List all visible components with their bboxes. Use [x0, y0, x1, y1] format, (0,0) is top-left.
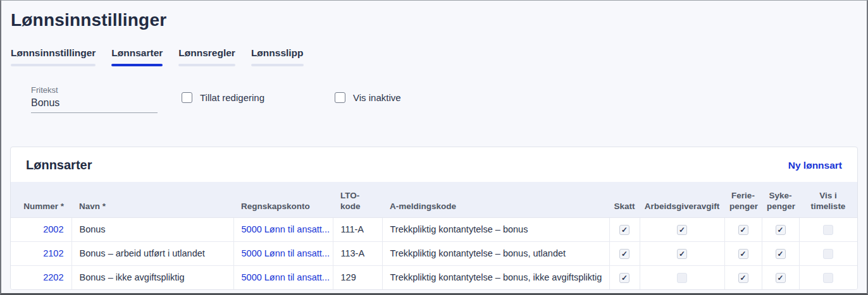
arbeidsgiveravgift-checkbox[interactable]: [677, 249, 687, 259]
feriepenger-checkbox[interactable]: [738, 225, 748, 235]
row-lto-code: 129: [333, 265, 382, 289]
row-lto-code: 113-A: [333, 241, 382, 265]
card-title: Lønnsarter: [26, 158, 92, 172]
col-navn: Navn *: [71, 182, 233, 217]
arbeidsgiveravgift-checkbox[interactable]: [677, 273, 687, 283]
lonnsarter-card: Lønnsarter Ny lønnsart Nummer * Navn * R…: [10, 147, 858, 290]
fritekst-field: Fritekst: [31, 85, 158, 113]
row-number-link[interactable]: 2002: [43, 224, 63, 234]
sykepenger-checkbox[interactable]: [776, 225, 786, 235]
tillat-redigering-checkbox[interactable]: [182, 92, 192, 103]
row-name: Bonus – arbeid utført i utlandet: [71, 241, 233, 265]
vis-i-timeliste-checkbox[interactable]: [823, 249, 833, 259]
feriepenger-checkbox[interactable]: [738, 249, 748, 259]
row-account-link[interactable]: 5000 Lønn til ansatt...: [242, 224, 330, 234]
table-row: 2202 Bonus – ikke avgiftspliktig 5000 Lø…: [11, 265, 857, 289]
feriepenger-checkbox[interactable]: [738, 273, 748, 283]
col-vis-i-timeliste: Vis i timeliste: [799, 182, 857, 217]
tab-lonnsregler[interactable]: Lønnsregler: [178, 47, 235, 66]
card-header: Lønnsarter Ny lønnsart: [11, 147, 857, 182]
col-a-meldingskode: A-meldingskode: [382, 182, 609, 217]
row-number-link[interactable]: 2202: [43, 272, 63, 282]
tab-lonnsinnstillinger[interactable]: Lønnsinnstillinger: [11, 47, 96, 66]
row-lto-code: 111-A: [333, 217, 382, 241]
tillat-redigering-option: Tillat redigering: [182, 92, 264, 103]
vis-inaktive-label: Vis inaktive: [353, 92, 401, 103]
table-row: 2002 Bonus 5000 Lønn til ansatt... 111-A…: [11, 217, 857, 241]
vis-inaktive-checkbox[interactable]: [335, 92, 345, 103]
col-skatt: Skatt: [609, 182, 640, 217]
fritekst-label: Fritekst: [31, 85, 158, 95]
filter-bar: Fritekst Tillat redigering Vis inaktive: [31, 85, 867, 113]
arbeidsgiveravgift-checkbox[interactable]: [677, 225, 687, 235]
vis-inaktive-option: Vis inaktive: [335, 92, 401, 103]
col-arbeidsgiveravgift: Arbeidsgiveravgift: [640, 182, 724, 217]
vis-i-timeliste-checkbox[interactable]: [823, 273, 833, 283]
row-amelding-code: Trekkpliktig kontantytelse – bonus, ikke…: [382, 265, 609, 289]
skatt-checkbox[interactable]: [619, 273, 629, 283]
vis-i-timeliste-checkbox[interactable]: [823, 225, 833, 235]
table-body: 2002 Bonus 5000 Lønn til ansatt... 111-A…: [11, 217, 857, 289]
row-number-link[interactable]: 2102: [43, 248, 63, 258]
row-name: Bonus: [71, 217, 233, 241]
tab-lonnsslipp[interactable]: Lønnsslipp: [251, 47, 304, 66]
app-window: Lønnsinnstillinger Lønnsinnstillinger Lø…: [0, 0, 868, 295]
skatt-checkbox[interactable]: [619, 225, 629, 235]
col-sykepenger: Syke- penger: [762, 182, 799, 217]
col-lto-kode: LTO-kode: [333, 182, 382, 217]
row-account-link[interactable]: 5000 Lønn til ansatt...: [242, 272, 330, 282]
col-regnskapskonto: Regnskapskonto: [233, 182, 333, 217]
page-title: Lønnsinnstillinger: [11, 10, 867, 30]
table-row: 2102 Bonus – arbeid utført i utlandet 50…: [11, 241, 857, 265]
col-feriepenger: Ferie- penger: [724, 182, 762, 217]
row-amelding-code: Trekkpliktig kontantytelse – bonus: [382, 217, 609, 241]
fritekst-input[interactable]: [31, 95, 158, 113]
row-account-link[interactable]: 5000 Lønn til ansatt...: [242, 248, 330, 258]
sykepenger-checkbox[interactable]: [776, 273, 786, 283]
table-header-row: Nummer * Navn * Regnskapskonto LTO-kode …: [11, 182, 857, 217]
lonnsarter-table: Nummer * Navn * Regnskapskonto LTO-kode …: [11, 182, 857, 289]
tab-lonnsarter[interactable]: Lønnsarter: [111, 47, 163, 66]
new-lonnsart-link[interactable]: Ny lønnsart: [788, 160, 842, 171]
tillat-redigering-label: Tillat redigering: [200, 92, 264, 103]
col-nummer: Nummer *: [11, 182, 71, 217]
tab-bar: Lønnsinnstillinger Lønnsarter Lønnsregle…: [11, 47, 867, 66]
skatt-checkbox[interactable]: [619, 249, 629, 259]
sykepenger-checkbox[interactable]: [776, 249, 786, 259]
row-amelding-code: Trekkpliktig kontantytelse – bonus, utla…: [382, 241, 609, 265]
row-name: Bonus – ikke avgiftspliktig: [71, 265, 233, 289]
